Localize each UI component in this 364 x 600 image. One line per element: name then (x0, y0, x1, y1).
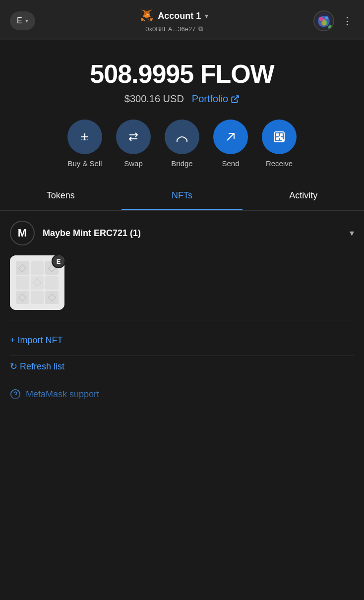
more-options-button[interactable]: ⋮ (340, 13, 354, 29)
receive-label: Receive (266, 159, 293, 168)
nft-grid: E (10, 255, 354, 310)
refresh-list-label: ↻ Refresh list (10, 361, 64, 372)
account-address-row: 0x0B8EA...36e27 ⧉ (145, 25, 203, 33)
svg-rect-29 (276, 138, 278, 140)
tab-nfts[interactable]: NFTs (121, 182, 243, 210)
external-link-icon (231, 95, 240, 104)
svg-marker-6 (144, 19, 145, 21)
svg-line-19 (235, 96, 239, 100)
network-selector[interactable]: E ▾ (10, 11, 35, 30)
import-nft-label: + Import NFT (10, 335, 63, 346)
network-chevron: ▾ (25, 17, 28, 24)
swap-button[interactable] (116, 120, 151, 154)
svg-rect-30 (279, 137, 280, 138)
balance-usd-row: $300.16 USD Portfolio (10, 93, 354, 105)
collection-expand-icon: ▾ (350, 228, 354, 239)
connected-status-dot (328, 25, 332, 29)
svg-rect-32 (280, 139, 281, 140)
buy-sell-icon (78, 130, 92, 144)
bridge-label: Bridge (171, 159, 192, 168)
metamask-fox-icon (140, 9, 154, 23)
collection-avatar: M (10, 221, 35, 245)
swap-label: Swap (124, 159, 143, 168)
identicon-button[interactable] (313, 10, 334, 31)
svg-point-13 (145, 14, 146, 15)
account-dropdown-icon: ▾ (205, 12, 208, 20)
network-label: E (17, 16, 22, 25)
action-swap[interactable]: Swap (116, 120, 151, 168)
buy-sell-button[interactable] (67, 120, 102, 154)
nft-badge: E (52, 255, 64, 268)
svg-line-25 (227, 133, 234, 140)
action-bridge[interactable]: Bridge (165, 120, 199, 168)
svg-rect-28 (280, 134, 282, 136)
account-name-row[interactable]: Account 1 ▾ (140, 9, 208, 23)
receive-button[interactable] (262, 120, 297, 154)
mm-support-label: MetaMask support (26, 389, 99, 400)
svg-marker-7 (148, 19, 149, 21)
action-receive[interactable]: Receive (262, 120, 297, 168)
tab-tokens[interactable]: Tokens (0, 182, 121, 210)
refresh-list-button[interactable]: ↻ Refresh list (0, 356, 364, 382)
collection-name: Maybe Mint ERC721 (1) (43, 228, 342, 239)
portfolio-link[interactable]: Portfolio (192, 93, 240, 105)
send-button[interactable] (213, 120, 248, 154)
account-address-text: 0x0B8EA...36e27 (145, 25, 195, 33)
header-right: ⋮ (313, 10, 354, 31)
receive-icon (272, 130, 286, 144)
nft-section: M Maybe Mint ERC721 (1) ▾ (0, 211, 364, 320)
balance-usd: $300.16 USD (124, 93, 184, 105)
send-label: Send (222, 159, 239, 168)
bridge-button[interactable] (165, 120, 199, 154)
balance-section: 508.9995 FLOW $300.16 USD Portfolio (0, 40, 364, 120)
svg-rect-33 (282, 140, 283, 141)
support-icon (10, 389, 21, 400)
header: E ▾ (0, 0, 364, 40)
svg-point-17 (325, 16, 328, 19)
tab-activity[interactable]: Activity (243, 182, 364, 210)
action-send[interactable]: Send (213, 120, 248, 168)
buy-sell-label: Buy & Sell (67, 159, 102, 168)
svg-rect-27 (276, 134, 278, 136)
account-name: Account 1 (158, 11, 201, 21)
metamask-support-link[interactable]: MetaMask support (0, 382, 364, 406)
svg-point-14 (148, 14, 149, 15)
import-nft-button[interactable]: + Import NFT (0, 320, 364, 356)
balance-amount: 508.9995 FLOW (10, 60, 354, 88)
actions-row: Buy & Sell Swap Bridge (0, 120, 364, 182)
nft-item[interactable]: E (10, 255, 64, 310)
tabs: Tokens NFTs Activity (0, 182, 364, 211)
copy-address-icon[interactable]: ⧉ (198, 25, 203, 33)
svg-point-16 (319, 17, 323, 21)
action-buy-sell[interactable]: Buy & Sell (67, 120, 102, 168)
send-icon (224, 130, 238, 144)
swap-icon (126, 130, 140, 144)
account-center: Account 1 ▾ 0x0B8EA...36e27 ⧉ (140, 9, 208, 33)
bridge-icon (175, 130, 189, 144)
nft-collection-header[interactable]: M Maybe Mint ERC721 (1) ▾ (10, 221, 354, 245)
